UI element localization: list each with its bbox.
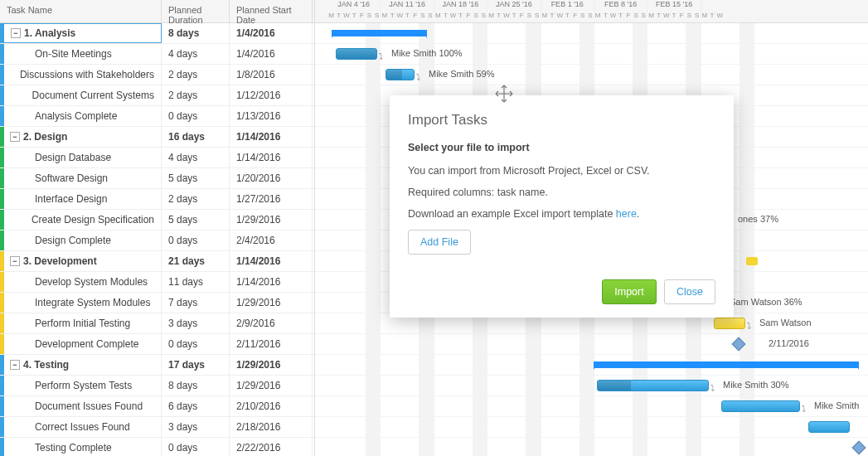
summary-bar[interactable]: [594, 361, 859, 368]
task-row[interactable]: Development Complete0 days2/11/2016: [0, 334, 314, 355]
gantt-row[interactable]: [315, 438, 868, 456]
task-name-cell[interactable]: Software Design: [0, 168, 162, 188]
duration-cell[interactable]: 8 days: [162, 376, 230, 395]
duration-cell[interactable]: 4 days: [162, 44, 230, 64]
gantt-row[interactable]: [315, 23, 868, 44]
summary-bar[interactable]: [332, 30, 427, 36]
task-bar[interactable]: Mike Smith 59%: [386, 69, 415, 80]
task-row[interactable]: Perform Initial Testing3 days2/9/2016: [0, 313, 314, 334]
duration-cell[interactable]: 5 days: [162, 210, 230, 230]
gantt-row[interactable]: ⤵Mike Smith 30%: [315, 376, 868, 396]
move-icon[interactable]: [493, 83, 515, 109]
gantt-row[interactable]: ⤵Mike Smith: [315, 396, 868, 417]
start-cell[interactable]: 1/29/2016: [230, 293, 313, 313]
duration-cell[interactable]: 21 days: [162, 251, 230, 271]
start-cell[interactable]: 2/9/2016: [230, 313, 313, 333]
start-cell[interactable]: 2/11/2016: [230, 334, 313, 354]
duration-cell[interactable]: 2 days: [162, 189, 230, 209]
import-button[interactable]: Import: [602, 279, 656, 304]
start-cell[interactable]: 1/14/2016: [230, 148, 313, 167]
task-name-cell[interactable]: Create Design Specification: [0, 210, 162, 230]
task-name-cell[interactable]: Testing Complete: [0, 438, 162, 456]
task-row[interactable]: Perform System Tests8 days1/29/2016: [0, 376, 314, 396]
duration-cell[interactable]: 11 days: [162, 272, 230, 292]
start-cell[interactable]: 1/4/2016: [230, 23, 313, 43]
task-name-cell[interactable]: Design Complete: [0, 230, 162, 250]
duration-cell[interactable]: 17 days: [162, 355, 230, 375]
task-row[interactable]: Correct Issues Found3 days2/18/2016: [0, 417, 314, 438]
milestone-marker[interactable]: [732, 337, 746, 352]
task-bar[interactable]: Mike Smith: [721, 400, 800, 412]
col-header-name[interactable]: Task Name: [0, 0, 162, 22]
task-row[interactable]: On-Site Meetings4 days1/4/2016: [0, 44, 314, 65]
task-row[interactable]: −2. Design16 days1/14/2016: [0, 127, 314, 148]
start-cell[interactable]: 1/13/2016: [230, 106, 313, 126]
start-cell[interactable]: 1/20/2016: [230, 168, 313, 188]
start-cell[interactable]: 2/18/2016: [230, 417, 313, 437]
task-name-cell[interactable]: Design Database: [0, 148, 162, 167]
start-cell[interactable]: 1/14/2016: [230, 272, 313, 292]
duration-cell[interactable]: 2 days: [162, 85, 230, 105]
collapse-icon[interactable]: −: [10, 132, 20, 142]
task-row[interactable]: Analysis Complete0 days1/13/2016: [0, 106, 314, 127]
task-name-cell[interactable]: Interface Design: [0, 189, 162, 209]
start-cell[interactable]: 1/4/2016: [230, 44, 313, 64]
gantt-row[interactable]: ⤵Mike Smith 59%: [315, 65, 868, 85]
start-cell[interactable]: 1/12/2016: [230, 85, 313, 105]
duration-cell[interactable]: 3 days: [162, 313, 230, 333]
task-row[interactable]: −1. Analysis8 days1/4/2016: [0, 23, 314, 44]
task-row[interactable]: Design Complete0 days2/4/2016: [0, 230, 314, 251]
duration-cell[interactable]: 0 days: [162, 230, 230, 250]
duration-cell[interactable]: 6 days: [162, 396, 230, 416]
task-name-cell[interactable]: Integrate System Modules: [0, 293, 162, 313]
task-name-cell[interactable]: Perform System Tests: [0, 376, 162, 395]
task-bar[interactable]: Sam Watson: [714, 318, 745, 329]
task-name-cell[interactable]: On-Site Meetings: [0, 44, 162, 64]
start-cell[interactable]: 1/14/2016: [230, 251, 313, 271]
start-cell[interactable]: 2/10/2016: [230, 396, 313, 416]
task-row[interactable]: −4. Testing17 days1/29/2016: [0, 355, 314, 376]
task-row[interactable]: Develop System Modules11 days1/14/2016: [0, 272, 314, 293]
collapse-icon[interactable]: −: [10, 360, 20, 370]
start-cell[interactable]: 2/4/2016: [230, 230, 313, 250]
duration-cell[interactable]: 0 days: [162, 334, 230, 354]
close-button[interactable]: Close: [664, 279, 715, 304]
task-row[interactable]: Testing Complete0 days2/22/2016: [0, 438, 314, 456]
gantt-row[interactable]: 2/11/2016: [315, 334, 868, 355]
task-name-cell[interactable]: Perform Initial Testing: [0, 313, 162, 333]
start-cell[interactable]: 1/8/2016: [230, 65, 313, 85]
col-header-duration[interactable]: Planned Duration: [162, 0, 230, 22]
task-row[interactable]: Create Design Specification5 days1/29/20…: [0, 210, 314, 230]
duration-cell[interactable]: 7 days: [162, 293, 230, 313]
task-bar[interactable]: [808, 421, 850, 433]
task-row[interactable]: Document Issues Found6 days2/10/2016: [0, 396, 314, 417]
collapse-icon[interactable]: −: [10, 256, 20, 266]
duration-cell[interactable]: 0 days: [162, 438, 230, 456]
col-header-start[interactable]: Planned Start Date: [230, 0, 313, 22]
start-cell[interactable]: 1/29/2016: [230, 210, 313, 230]
task-bar[interactable]: Mike Smith 30%: [597, 380, 709, 391]
gantt-row[interactable]: [315, 355, 868, 376]
duration-cell[interactable]: 2 days: [162, 65, 230, 85]
start-cell[interactable]: 1/14/2016: [230, 127, 313, 147]
task-row[interactable]: Interface Design2 days1/27/2016: [0, 189, 314, 210]
duration-cell[interactable]: 4 days: [162, 148, 230, 167]
example-link[interactable]: here: [616, 208, 637, 220]
task-row[interactable]: Design Database4 days1/14/2016: [0, 148, 314, 168]
gantt-row[interactable]: ⤵Mike Smith 100%: [315, 44, 868, 65]
task-row[interactable]: Software Design5 days1/20/2016: [0, 168, 314, 189]
start-cell[interactable]: 2/22/2016: [230, 438, 313, 456]
task-row[interactable]: Discussions with Stakeholders2 days1/8/2…: [0, 65, 314, 85]
task-name-cell[interactable]: Develop System Modules: [0, 272, 162, 292]
task-name-cell[interactable]: Document Current Systems: [0, 85, 162, 105]
task-name-cell[interactable]: Analysis Complete: [0, 106, 162, 126]
task-name-cell[interactable]: Document Issues Found: [0, 396, 162, 416]
duration-cell[interactable]: 0 days: [162, 106, 230, 126]
start-cell[interactable]: 1/29/2016: [230, 355, 313, 375]
task-name-cell[interactable]: Development Complete: [0, 334, 162, 354]
task-bar[interactable]: Mike Smith 100%: [336, 48, 377, 60]
task-row[interactable]: −3. Development21 days1/14/2016: [0, 251, 314, 272]
task-name-cell[interactable]: −1. Analysis: [0, 23, 162, 43]
duration-cell[interactable]: 16 days: [162, 127, 230, 147]
task-name-cell[interactable]: −3. Development: [0, 251, 162, 271]
